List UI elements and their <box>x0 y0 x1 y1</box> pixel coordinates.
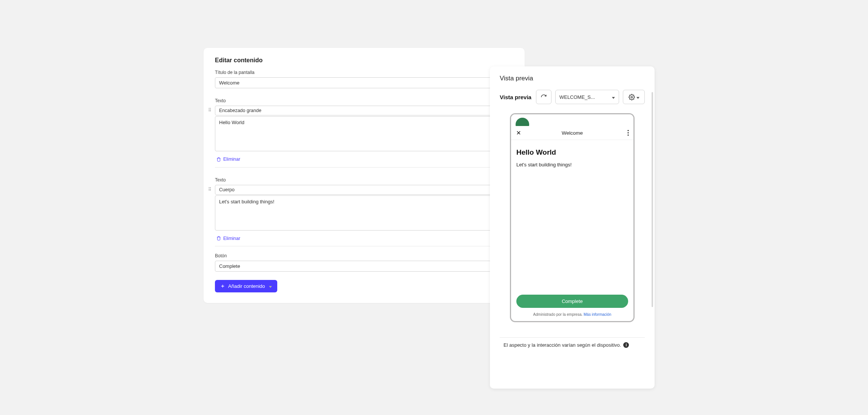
chevron-down-icon <box>269 283 272 289</box>
phone-inner: Welcome Hello World Let's start building… <box>511 114 633 321</box>
phone-complete-button[interactable]: Complete <box>516 295 628 308</box>
screen-title-input[interactable] <box>215 77 513 88</box>
managed-label: Administrado por la empresa. <box>533 312 583 317</box>
preview-scroll-area: Vista previa WELCOME_S... Welcom <box>490 90 655 389</box>
drag-handle-icon[interactable]: ⠿ <box>208 187 212 192</box>
delete-label: Eliminar <box>223 157 240 162</box>
reload-icon <box>541 94 547 100</box>
phone-body-text: Let's start building things! <box>516 162 628 168</box>
drag-handle-icon[interactable]: ⠿ <box>208 108 212 112</box>
text-content-textarea[interactable] <box>215 195 513 231</box>
trash-icon <box>216 157 221 162</box>
text-variant-select[interactable]: Encabezado grande <box>215 106 513 115</box>
preview-toolbar: Vista previa WELCOME_S... <box>500 90 645 104</box>
delete-label: Eliminar <box>223 236 240 241</box>
content-block: ⠿ Texto Encabezado grande Eliminar <box>215 98 513 168</box>
info-icon[interactable]: i <box>623 342 629 348</box>
phone-body: Hello World Let's start building things! <box>511 140 633 295</box>
block-type-label: Texto <box>215 177 513 183</box>
svg-point-3 <box>627 134 629 135</box>
chevron-down-icon <box>612 94 615 100</box>
scrollbar[interactable] <box>652 92 653 307</box>
preview-panel: Vista previa Vista previa WELCOME_S... <box>490 66 655 389</box>
preview-toolbar-title: Vista previa <box>500 94 531 100</box>
divider <box>215 167 513 168</box>
svg-point-2 <box>627 132 629 133</box>
delete-block-button[interactable]: Eliminar <box>215 153 242 162</box>
screen-select[interactable]: WELCOME_S... <box>555 90 619 104</box>
block-type-label: Texto <box>215 98 513 103</box>
add-content-button[interactable]: Añadir contenido <box>215 280 277 292</box>
preview-settings-button[interactable] <box>623 90 645 104</box>
button-section-label: Botón <box>215 253 513 258</box>
text-content-textarea[interactable] <box>215 116 513 151</box>
content-block: ⠿ Texto Cuerpo Eliminar <box>215 177 513 247</box>
edit-panel-title: Editar contenido <box>215 57 513 64</box>
phone-heading: Hello World <box>516 148 628 157</box>
gear-icon <box>629 94 635 100</box>
phone-status-bar <box>511 114 633 126</box>
text-variant-select[interactable]: Cuerpo <box>215 185 513 195</box>
button-label-input[interactable] <box>215 261 513 272</box>
chevron-down-icon <box>636 94 639 100</box>
add-content-label: Añadir contenido <box>228 283 265 289</box>
more-vert-icon[interactable] <box>627 130 629 136</box>
screen-title-label: Título de la pantalla <box>215 70 513 75</box>
plus-icon <box>220 284 225 289</box>
footer-note-text: El aspecto y la interacción varían según… <box>504 342 621 348</box>
delete-block-button[interactable]: Eliminar <box>215 232 242 241</box>
screen-select-value: WELCOME_S... <box>559 94 595 100</box>
button-block: Botón <box>215 253 513 272</box>
more-info-link[interactable]: Más información <box>584 312 611 317</box>
managed-by-text: Administrado por la empresa. Más informa… <box>511 312 633 321</box>
preview-panel-title: Vista previa <box>490 75 655 82</box>
divider <box>215 246 513 246</box>
phone-header: Welcome <box>511 126 633 140</box>
svg-point-0 <box>631 96 632 98</box>
phone-preview-frame: Welcome Hello World Let's start building… <box>510 113 635 322</box>
edit-content-panel: Editar contenido Título de la pantalla ⠿… <box>204 48 525 303</box>
reload-button[interactable] <box>536 90 551 104</box>
svg-point-1 <box>627 130 629 131</box>
close-icon[interactable] <box>516 130 522 136</box>
phone-header-title: Welcome <box>511 130 633 136</box>
preview-footer-note: El aspecto y la interacción varían según… <box>500 337 645 355</box>
trash-icon <box>216 236 221 241</box>
